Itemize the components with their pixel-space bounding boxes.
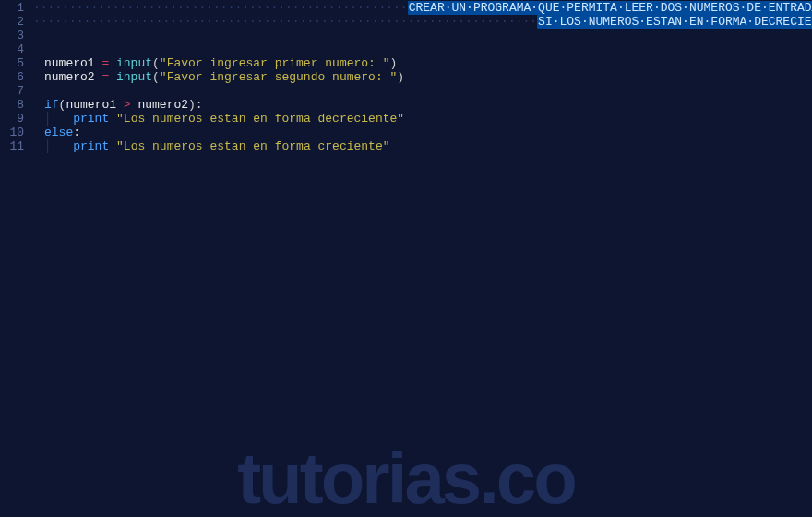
code-content[interactable]: ········································… [33,0,812,517]
line-number: 5 [0,56,24,70]
code-line-3[interactable] [33,29,812,42]
code-line-7[interactable] [33,84,812,98]
selected-comment-2: SI·LOS·NUMEROS·ESTAN·EN·FORMA·DECRECIENT… [537,15,812,29]
code-line-1[interactable]: ········································… [33,1,812,15]
line-number-gutter: 1234567891011 [0,0,33,517]
line-number: 11 [0,139,24,153]
code-line-4[interactable] [33,42,812,56]
code-line-2[interactable]: ········································… [33,15,812,29]
line-number: 10 [0,126,24,139]
line-number: 3 [0,29,24,42]
line-number: 2 [0,15,24,29]
code-line-10[interactable]: else: [33,126,812,139]
line-number: 4 [0,42,24,56]
line-number: 7 [0,84,24,98]
code-line-6[interactable]: numero2 = input("Favor ingresar segundo … [33,70,812,84]
code-editor[interactable]: 1234567891011 ··························… [0,0,812,517]
code-line-9[interactable]: │ print "Los numeros estan en forma decr… [33,112,812,126]
line-number: 8 [0,98,24,112]
selected-comment-1: CREAR·UN·PROGRAMA·QUE·PERMITA·LEER·DOS·N… [408,1,812,15]
line-number: 9 [0,112,24,126]
line-number: 6 [0,70,24,84]
code-line-11[interactable]: │ print "Los numeros estan en forma crec… [33,139,812,153]
line-number: 1 [0,1,24,15]
code-line-8[interactable]: if(numero1 > numero2): [33,98,812,112]
code-line-5[interactable]: numero1 = input("Favor ingresar primer n… [33,56,812,70]
